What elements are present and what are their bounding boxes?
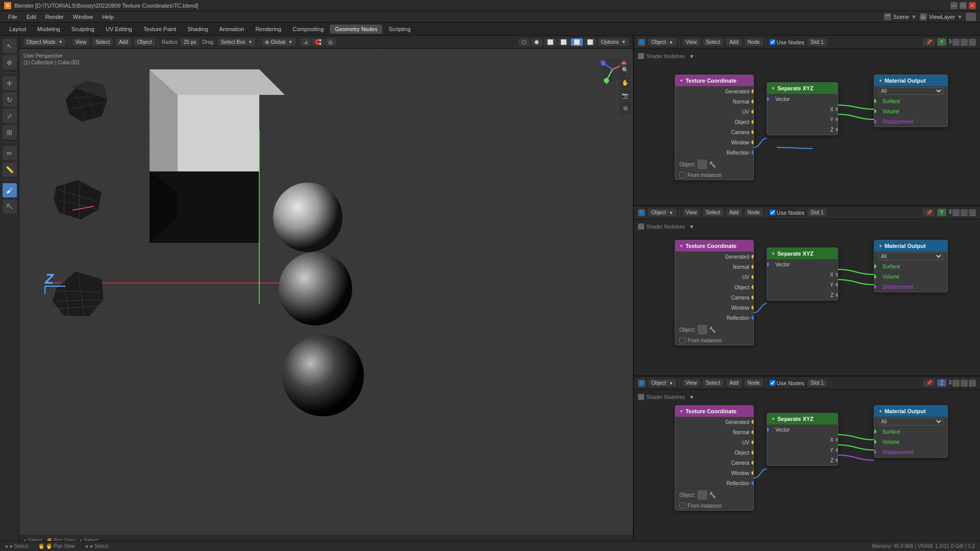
hand-tool[interactable]: ✋ [620,77,631,88]
eyedropper-3[interactable]: 🔧 [709,492,716,498]
instancer-checkbox-1[interactable] [679,172,685,178]
np1-add[interactable]: Add [726,38,742,46]
menu-window[interactable]: Window [69,13,97,21]
np3-select[interactable]: Select [703,379,723,387]
tab-rendering[interactable]: Rendering [250,24,286,34]
select-box-btn[interactable]: Select Box ▼ [218,38,256,46]
display-solid[interactable]: ⬜ [557,38,570,46]
instancer-checkbox-3[interactable] [679,503,685,509]
mo-node-2[interactable]: ▼ Material Output All Surface Volume [874,240,948,292]
np1-view[interactable]: View [683,38,700,46]
mo-dropdown-2[interactable]: All [878,253,943,260]
np1-node[interactable]: Node [745,38,763,46]
menu-edit[interactable]: Edit [22,13,40,21]
tab-geometry-nodes[interactable]: Geometry Nodes [330,24,382,34]
np2-ctrl1[interactable] [952,209,960,216]
tab-sculpting[interactable]: Sculpting [66,24,100,34]
np2-select[interactable]: Select [703,209,723,216]
radius-value[interactable]: 25 px [181,38,199,46]
np1-use-nodes-checkbox[interactable] [770,39,775,45]
object-field-2[interactable] [698,325,707,334]
object-field-3[interactable] [698,490,707,499]
np3-slot[interactable]: Slot 1 [807,379,827,387]
np1-select[interactable]: Select [703,38,723,46]
node-panel-2-canvas[interactable]: Shader Nodetree ▼ ▼ Texture Coordinate G… [634,219,980,375]
tool-scale[interactable]: ⤢ [3,109,17,123]
zoom-in-btn[interactable]: 🔍 [620,64,631,76]
tool-sculpt[interactable]: ⛏ [3,199,17,214]
np1-pin[interactable]: 📌 [923,38,935,46]
tab-animation[interactable]: Animation [214,24,250,34]
eyedropper-1[interactable]: 🔧 [709,161,716,168]
viewport-select-menu[interactable]: Select [92,38,113,46]
np3-node[interactable]: Node [745,379,763,387]
np3-pin[interactable]: 📌 [923,379,935,387]
np3-add[interactable]: Add [726,379,742,387]
tool-annotate[interactable]: ✏ [3,146,17,160]
tab-compositing[interactable]: Compositing [287,24,329,34]
node-panel-1-canvas[interactable]: Shader Nodetree ▼ ▼ Texture Coordinate [634,49,980,205]
options-menu[interactable]: Options ▼ [598,38,629,46]
mo-dropdown-1[interactable]: All [878,87,943,95]
np1-ctrl2[interactable] [961,39,968,46]
tab-texture-paint[interactable]: Texture Paint [138,24,181,34]
viewport-view-menu[interactable]: View [72,38,90,46]
np2-add[interactable]: Add [726,209,742,216]
display-render[interactable]: ⬜ [584,38,596,46]
np2-view[interactable]: View [683,209,700,216]
tool-cursor[interactable]: ⊕ [3,55,17,69]
tool-transform[interactable]: ⊞ [3,125,17,139]
tc-node-2[interactable]: ▼ Texture Coordinate Generated Normal UV… [675,240,754,345]
tab-scripting[interactable]: Scripting [383,24,415,34]
ortho-btn[interactable]: ⊞ [620,103,631,114]
np1-ctrl3[interactable] [969,39,976,46]
np1-object-mode[interactable]: Object ▼ [648,38,676,46]
snap-toggle[interactable]: 🧲 [312,38,324,46]
mo-dropdown-3[interactable]: All [878,418,943,425]
np2-slot[interactable]: Slot 1 [807,209,827,216]
tool-select[interactable]: ↖ [3,39,17,53]
tool-rotate[interactable]: ↻ [3,92,17,107]
node-panel-3-canvas[interactable]: Shader Nodetree ▼ ▼ Texture Coordinate G… [634,390,980,546]
np2-ctrl3[interactable] [969,209,976,216]
np3-ctrl2[interactable] [961,380,968,387]
menu-file[interactable]: File [4,13,21,21]
tab-shading[interactable]: Shading [182,24,213,34]
np3-ctrl3[interactable] [969,380,976,387]
np3-use-nodes-checkbox[interactable] [770,380,775,386]
tc-node-3[interactable]: ▼ Texture Coordinate Generated Normal UV… [675,405,754,511]
transform-pivot[interactable]: ⊿ [301,38,311,46]
mo-node-3[interactable]: ▼ Material Output All Surface Volume [874,405,948,458]
np2-pin[interactable]: 📌 [923,209,935,216]
camera-btn[interactable]: 📷 [620,90,631,101]
tool-measure[interactable]: 📏 [3,162,17,177]
tab-uv-editing[interactable]: UV Editing [101,24,137,34]
viewport-object-menu[interactable]: Object [134,38,155,46]
viewport-mode-select[interactable]: Object Mode ▼ [23,38,66,46]
menu-render[interactable]: Render [41,13,68,21]
sxyz-node-1[interactable]: ▼ Separate XYZ Vector X Y Z [767,82,838,135]
menu-help[interactable]: Help [98,13,118,21]
maximize-button[interactable]: ☐ [960,2,967,9]
tool-paint[interactable]: 🖌 [3,183,17,197]
sxyz-node-3[interactable]: ▼ Separate XYZ Vector X Y Z [767,413,838,466]
np2-object-mode[interactable]: Object ▼ [648,209,676,216]
xray-toggle[interactable]: ⬢ [531,38,542,46]
overlay-toggle[interactable]: ⬡ [519,38,529,46]
proportional-edit[interactable]: ◎ [325,38,336,46]
tool-move[interactable]: ✛ [3,76,17,90]
np3-view[interactable]: View [683,379,700,387]
minimize-button[interactable]: — [950,2,958,9]
fullscreen-button[interactable] [966,13,976,21]
display-material[interactable]: ⬜ [571,38,583,46]
viewport-canvas[interactable]: User Perspective (1) Collection | Cube.0… [19,49,633,546]
np1-slot[interactable]: Slot 1 [807,38,827,46]
np2-use-nodes-checkbox[interactable] [770,210,775,215]
np2-ctrl2[interactable] [961,209,968,216]
np2-node[interactable]: Node [745,209,763,216]
close-button[interactable]: ✕ [969,2,976,9]
tc-node-1[interactable]: ▼ Texture Coordinate Generated Normal UV… [675,74,754,180]
object-field-1[interactable] [698,160,707,169]
tab-layout[interactable]: Layout [4,24,31,34]
sxyz-node-2[interactable]: ▼ Separate XYZ Vector X Y Z [767,247,838,300]
